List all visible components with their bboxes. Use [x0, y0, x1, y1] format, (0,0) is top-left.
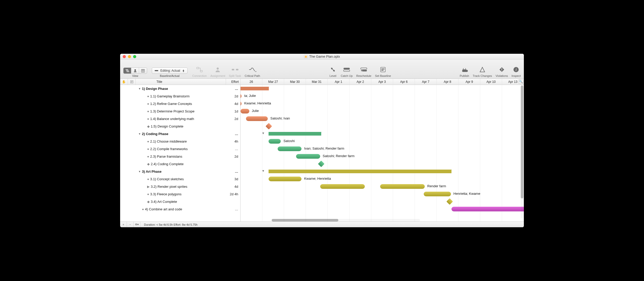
view-resource-button[interactable] — [131, 68, 139, 73]
close-window-button[interactable] — [123, 55, 126, 58]
outline-row[interactable]: ◆2.4) Coding Complete — [120, 160, 240, 168]
toolbar-critical-path-button[interactable]: Critical Path — [245, 65, 260, 77]
disclosure-triangle-icon[interactable]: ▼ — [138, 170, 142, 173]
timeline-date-header[interactable]: Apr 10 — [480, 79, 502, 85]
gantt-task-bar[interactable] — [246, 116, 268, 121]
timeline-date-header[interactable]: Apr 9 — [458, 79, 480, 85]
add-task-button[interactable]: ＋ — [120, 222, 127, 228]
task-effort: 2d 4h — [226, 192, 240, 196]
gantt-task-bar[interactable] — [278, 146, 302, 151]
timeline-date-header[interactable]: Apr 3 — [371, 79, 393, 85]
zoom-window-button[interactable] — [133, 55, 136, 58]
gantt-chart[interactable]: ta; JulieKwame; HenriettaJulieSatoshi; I… — [241, 85, 524, 222]
timeline-date-header[interactable]: Mar 31 — [306, 79, 328, 85]
outline-row[interactable]: ●2.2) Compile frameworks… — [120, 145, 240, 153]
zoom-icon[interactable]: 🔍 — [519, 79, 523, 84]
toolbar-inspect-button[interactable]: iInspect — [512, 65, 521, 77]
timeline-date-header[interactable]: Apr 2 — [350, 79, 371, 85]
toolbar-reschedule-button[interactable]: Reschedule — [356, 65, 371, 77]
column-headers: ✋ Title Effort 26Mar 27Mar 30Mar 31Apr 1… — [120, 79, 524, 85]
view-calendar-button[interactable] — [139, 68, 147, 73]
gantt-summary-bar[interactable] — [241, 87, 269, 90]
gantt-task-bar[interactable] — [241, 101, 242, 106]
gantt-task-bar[interactable] — [269, 139, 281, 144]
minimize-window-button[interactable] — [128, 55, 131, 58]
grab-column-header[interactable]: ✋ — [120, 79, 128, 85]
outline-row[interactable]: ◆1.5) Design Complete — [120, 123, 240, 130]
timeline-header[interactable]: 26Mar 27Mar 30Mar 31Apr 1Apr 2Apr 3Apr 6… — [241, 79, 524, 85]
timeline-date-header[interactable]: Mar 27 — [262, 79, 284, 85]
gantt-milestone[interactable] — [265, 123, 272, 129]
outline-row[interactable]: ●3.1) Concept sketches3d — [120, 175, 240, 183]
gantt-summary-bar[interactable] — [269, 132, 321, 136]
toolbar-item-label: Connection — [192, 74, 207, 77]
toolbar-catch-up-button[interactable]: Catch Up — [341, 65, 353, 77]
task-outline[interactable]: ▼1) Design Phase…●1.1) Gameplay Brainsto… — [120, 85, 241, 222]
toolbar-track-changes-button[interactable]: Track Changes — [473, 65, 492, 77]
outline-row[interactable]: ●1.1) Gameplay Brainstorm2d — [120, 92, 240, 100]
scrollbar-thumb[interactable] — [272, 219, 338, 222]
toolbar-set-baseline-button[interactable]: Set Baseline — [375, 65, 391, 77]
row-bullet-icon: ● — [147, 139, 149, 143]
baseline-actual-popup[interactable]: Editing: Actual ▲▼ — [152, 68, 188, 74]
gantt-task-bar[interactable] — [451, 207, 524, 211]
gantt-task-bar[interactable] — [269, 177, 302, 181]
timeline-date-header[interactable]: Apr 8 — [437, 79, 458, 85]
outline-row[interactable]: ▼3) Art Phase… — [120, 168, 240, 175]
scrollbar-thumb[interactable] — [521, 85, 523, 198]
disclosure-triangle-icon[interactable]: ▼ — [138, 87, 142, 90]
outline-row[interactable]: ●4) Combine art and code… — [120, 205, 240, 213]
outline-row[interactable]: ▼2) Coding Phase… — [120, 130, 240, 138]
gantt-task-bar[interactable] — [424, 192, 451, 196]
summary-collapse-icon[interactable]: ▼ — [262, 169, 265, 173]
outline-row[interactable]: ●3.3) Fleece polygons2d 4h — [120, 190, 240, 198]
toolbar-violations-button[interactable]: Violations — [496, 65, 508, 77]
outline-row[interactable]: ●2.1) Choose middleware4h — [120, 138, 240, 145]
row-bullet-icon: ● — [147, 102, 149, 106]
outline-row[interactable]: ▶3.2) Render pixel sprites4d — [120, 183, 240, 190]
remove-task-button[interactable]: － — [127, 222, 134, 228]
view-segmented-control[interactable] — [123, 68, 147, 74]
window-title: The Game Plan.oplx — [304, 55, 340, 58]
vertical-scrollbar[interactable] — [521, 85, 523, 218]
svg-rect-9 — [200, 70, 202, 72]
document-icon — [304, 55, 308, 58]
horizontal-scrollbar[interactable] — [272, 219, 420, 222]
timeline-date-header[interactable]: Apr 7 — [415, 79, 437, 85]
effort-column-header[interactable]: Effort — [226, 79, 241, 85]
svg-rect-2 — [127, 71, 129, 72]
gantt-summary-bar[interactable] — [269, 170, 452, 173]
level-icon — [329, 65, 337, 74]
task-title: 3.3) Fleece polygons — [150, 192, 226, 196]
baseline-popup-label: Editing: Actual — [160, 69, 180, 72]
status-bar: ＋ － ✲▾ Duration: < 5w 4d 6.5h Effort: 8w… — [120, 222, 524, 227]
row-bullet-icon: ● — [147, 117, 149, 121]
app-window: The Game Plan.oplx View Editing: Actual … — [120, 54, 524, 227]
gantt-milestone[interactable] — [318, 160, 324, 167]
gantt-task-bar[interactable] — [241, 94, 242, 98]
disclosure-triangle-icon[interactable]: ▼ — [138, 132, 142, 135]
outline-row[interactable]: ●1.4) Balance underlying math2d — [120, 115, 240, 123]
task-title: 2.2) Compile frameworks — [150, 147, 226, 151]
timeline-date-header[interactable]: Mar 30 — [284, 79, 306, 85]
outline-row[interactable]: ▼1) Design Phase… — [120, 85, 240, 92]
outline-row[interactable]: ●1.3) Determine Project Scope1d — [120, 108, 240, 115]
gantt-task-bar[interactable] — [296, 154, 320, 159]
svg-rect-1 — [126, 70, 129, 71]
summary-collapse-icon[interactable]: ▼ — [262, 131, 265, 135]
outline-row[interactable]: ●1.2) Refine Game Concepts4d — [120, 100, 240, 108]
timeline-date-header[interactable]: Apr 1 — [328, 79, 350, 85]
outline-row[interactable]: ◆3.4) Art Complete — [120, 198, 240, 205]
toolbar-level-button[interactable]: Level — [329, 65, 337, 77]
outline-row[interactable]: ●2.3) Parse framistans2d — [120, 153, 240, 160]
view-gantt-button[interactable] — [124, 68, 131, 73]
timeline-date-header[interactable]: 26 — [241, 79, 262, 85]
gantt-task-bar[interactable] — [241, 109, 249, 113]
title-column-header[interactable]: Title — [136, 79, 226, 85]
row-bullet-icon: ● — [147, 147, 149, 151]
toolbar-publish-button[interactable]: Publish — [460, 65, 469, 77]
timeline-date-header[interactable]: Apr 6 — [393, 79, 415, 85]
notes-column-header[interactable] — [128, 79, 136, 85]
gantt-milestone[interactable] — [447, 198, 453, 205]
action-menu-button[interactable]: ✲▾ — [134, 222, 140, 228]
